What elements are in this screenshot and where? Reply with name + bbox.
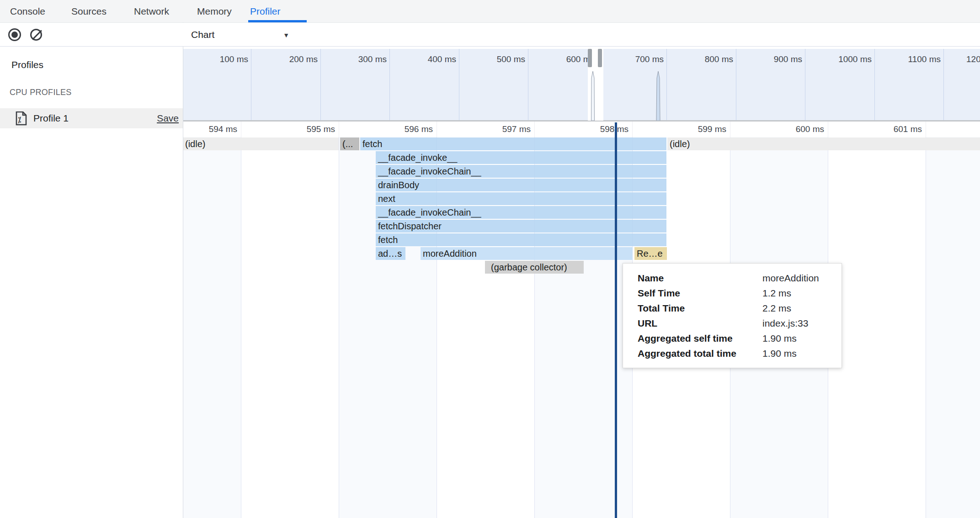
flame-frame[interactable]: fetch [376,233,666,246]
ruler-gridline [926,122,926,137]
flame-frame[interactable]: drainBody [376,179,666,191]
devtools-window: ConsoleSourcesNetworkMemoryProfiler Char… [0,0,980,518]
view-mode-label: Chart [191,29,214,40]
tooltip-row: Total Time2.2 ms [638,301,832,316]
ruler-tick-label: 600 ms [756,124,824,135]
flame-gridline [241,137,241,518]
flame-frame[interactable]: fetch [360,137,666,150]
flame-frame[interactable]: (... [340,137,359,150]
flame-frame[interactable]: __facade_invokeChain__ [376,206,666,219]
flame-frame[interactable]: Re…e [634,247,667,260]
flame-frame[interactable]: __facade_invoke__ [376,151,666,164]
profiler-toolbar: Chart▼ [0,23,980,47]
time-ruler: 594 ms595 ms596 ms597 ms598 ms599 ms600 … [183,122,980,137]
cpu-activity-spike [655,71,661,121]
overview-tick-label: 100 ms [183,54,248,65]
ruler-gridline [632,122,633,137]
profile-name: Profile 1 [33,108,69,128]
flame-frame[interactable]: (idle) [667,137,980,150]
playhead-line[interactable] [615,122,617,518]
frame-tooltip: NamemoreAdditionSelf Time1.2 msTotal Tim… [623,263,842,368]
tooltip-row-label: Self Time [638,285,762,301]
selection-handle-left[interactable] [588,49,592,67]
tooltip-row-label: Name [638,270,762,285]
dropdown-caret-icon: ▼ [283,24,289,47]
save-profile-link[interactable]: Save [157,108,179,128]
tooltip-row-value: moreAddition [762,270,832,285]
overview-tick-label: 1200 ms [966,54,980,65]
tooltip-row-value: 1.90 ms [762,331,832,346]
overview-tick-label: 1100 ms [872,54,941,65]
sidebar-divider [183,22,183,518]
flame-column-tint [926,137,980,518]
tooltip-row: Self Time1.2 ms [638,285,832,301]
overview-tick-label: 600 ms [526,54,595,65]
overview-tick-label: 1000 ms [803,54,872,65]
ruler-tick-label: 598 ms [560,124,628,135]
clear-profiles-button[interactable] [30,29,42,41]
timeline-overview[interactable]: 100 ms200 ms300 ms400 ms500 ms600 ms700 … [183,49,980,121]
tooltip-row-label: URL [638,316,762,331]
tooltip-row: Aggregated self time1.90 ms [638,331,832,346]
flame-chart[interactable]: (idle)(...fetch(idle)__facade_invoke____… [183,137,980,518]
ruler-gridline [339,122,339,137]
tooltip-row-value: 1.2 ms [762,285,832,301]
flame-gridline [339,137,339,518]
cpu-activity-spike [590,71,596,121]
flame-gridline [926,137,926,518]
overview-tick-label: 300 ms [318,54,387,65]
overview-gridline [943,49,944,121]
tooltip-row-value: 1.90 ms [762,346,832,361]
tab-network[interactable]: Network [134,0,169,22]
tab-sources[interactable]: Sources [71,0,107,22]
profile-document-icon: ⁒ [16,111,27,126]
ruler-tick-label: 596 ms [364,124,433,135]
tooltip-row-value: index.js:33 [762,316,832,331]
tooltip-row-label: Total Time [638,301,762,316]
profiles-heading: Profiles [11,59,43,70]
ruler-tick-label: 597 ms [462,124,531,135]
flame-column-tint [183,137,241,518]
ruler-tick-label: 601 ms [853,124,922,135]
ruler-gridline [534,122,535,137]
overview-tick-label: 200 ms [249,54,318,65]
tooltip-row-label: Aggregated total time [638,346,762,361]
tooltip-row: NamemoreAddition [638,270,832,285]
flame-frame[interactable]: ad…s [376,247,405,260]
profile-list-item[interactable]: ⁒ Profile 1 Save [0,108,183,128]
ruler-gridline [241,122,241,137]
overview-tick-label: 800 ms [665,54,733,65]
tooltip-row: URLindex.js:33 [638,316,832,331]
flame-chart-panel: 100 ms200 ms300 ms400 ms500 ms600 ms700 … [183,0,980,518]
overview-tick-label: 400 ms [388,54,456,65]
record-profile-button[interactable] [8,28,21,41]
ruler-gridline [828,122,828,137]
svg-text:⁒: ⁒ [18,116,21,124]
ruler-tick-label: 595 ms [266,124,335,135]
overview-tick-label: 700 ms [595,54,664,65]
ruler-gridline [730,122,730,137]
overview-tick-label: 500 ms [457,54,525,65]
ruler-gridline [437,122,437,137]
profiles-sidebar: Profiles CPU PROFILES ⁒ Profile 1 Save [0,47,183,518]
overview-tick-label: 900 ms [734,54,802,65]
flame-frame[interactable]: (garbage collector) [485,261,584,274]
tab-console[interactable]: Console [10,0,45,22]
tooltip-row-label: Aggregated self time [638,331,762,346]
flame-frame[interactable]: next [376,192,666,205]
flame-frame[interactable]: __facade_invokeChain__ [376,165,666,178]
selection-handle-right[interactable] [598,49,602,67]
flame-frame[interactable]: fetchDispatcher [376,220,666,233]
tooltip-row-value: 2.2 ms [762,301,832,316]
tooltip-row: Aggregated total time1.90 ms [638,346,832,361]
ruler-tick-label: 594 ms [183,124,237,135]
flame-frame[interactable]: (idle) [183,137,339,150]
flame-frame[interactable]: moreAddition [421,247,633,260]
view-mode-select[interactable]: Chart▼ [191,23,289,46]
ruler-tick-label: 599 ms [658,124,726,135]
cpu-profiles-section-label: CPU PROFILES [10,88,72,97]
